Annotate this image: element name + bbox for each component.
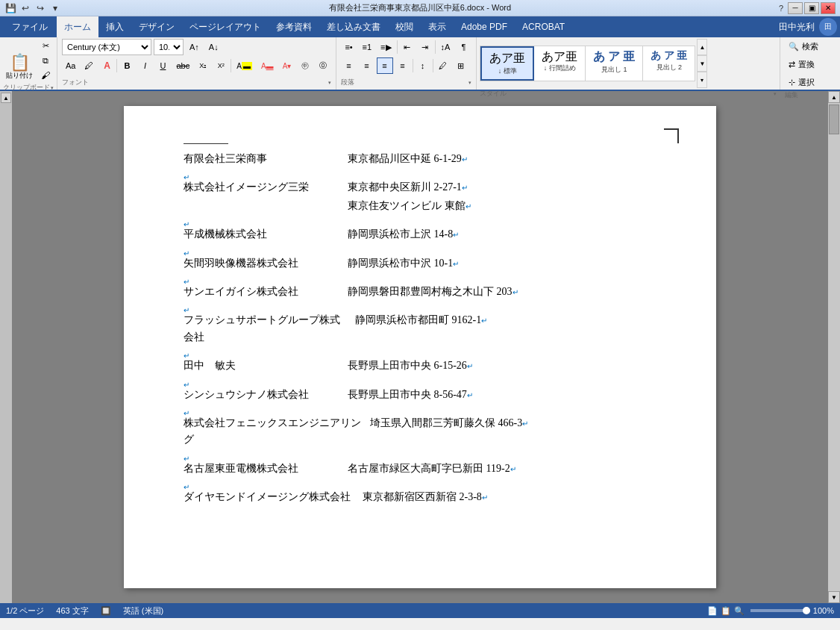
doc-row-2b: 東京住友ツインビル 東館↵ (184, 198, 656, 214)
subscript-button[interactable]: X₂ (195, 57, 211, 74)
tab-home[interactable]: ホーム (57, 16, 98, 37)
phonetic-guide-button[interactable]: ㊥ (297, 57, 313, 74)
decrease-indent-button[interactable]: ⇤ (399, 39, 416, 55)
undo-quick-btn[interactable]: ↩ (19, 2, 31, 14)
font-color-dropdown[interactable]: A▾ (279, 57, 295, 74)
border-button[interactable]: ⊞ (453, 57, 469, 74)
tab-design[interactable]: デザイン (131, 16, 182, 37)
tab-page-layout[interactable]: ページレイアウト (182, 16, 269, 37)
style-normal[interactable]: あア亜 ↓ 標準 (480, 46, 534, 81)
numbering-button[interactable]: ≡1 (359, 39, 376, 55)
strikethrough-button[interactable]: abc (172, 57, 193, 74)
page-indicator: 1/2 ページ (6, 605, 44, 617)
tab-view[interactable]: 表示 (421, 16, 454, 37)
status-right: 📄 📋 🔍 100% (707, 606, 834, 616)
style-h1-label: 見出し 1 (601, 65, 627, 75)
minimize-button[interactable]: ─ (788, 2, 803, 14)
clipboard-expand-icon[interactable]: ▾ (51, 85, 54, 91)
more-quick-btn[interactable]: ▾ (49, 2, 61, 14)
close-button[interactable]: ✕ (821, 2, 836, 14)
search-label: 検索 (802, 41, 818, 52)
superscript-button[interactable]: X² (213, 57, 229, 74)
shading-button[interactable]: A▬ (257, 57, 278, 74)
company-addr-8: 長野県上田市中央 8-56-47↵ (348, 387, 656, 403)
replace-button[interactable]: ⇄ 置換 (785, 57, 836, 72)
font-grow-button[interactable]: A↑ (186, 39, 203, 55)
select-icon: ⊹ (789, 78, 795, 87)
replace-icon: ⇄ (789, 60, 795, 69)
font-color-button[interactable]: A (98, 57, 115, 74)
styles-more[interactable]: ▾ (697, 72, 707, 88)
restore-button[interactable]: ▣ (804, 2, 819, 14)
company-name-2b (184, 198, 348, 214)
paragraph-expand-icon[interactable]: ▾ (468, 80, 471, 86)
tab-insert[interactable]: 挿入 (98, 16, 131, 37)
search-button[interactable]: 🔍 検索 (785, 39, 836, 54)
clear-format-button[interactable]: Aa (62, 57, 79, 74)
text-highlight-button[interactable]: 🖊 (81, 57, 97, 74)
align-right-button[interactable]: ≡ (377, 57, 393, 74)
select-button[interactable]: ⊹ 選択 (785, 75, 836, 90)
tab-mailings[interactable]: 差し込み文書 (319, 16, 388, 37)
document-scroll-area[interactable]: 有限会社三栄商事 東京都品川区中延 6-1-29↵ ↵ 株式会社イメージング三栄… (12, 91, 828, 603)
font-name-select[interactable]: Century (本文) (62, 39, 151, 55)
document-content[interactable]: 有限会社三栄商事 東京都品川区中延 6-1-29↵ ↵ 株式会社イメージング三栄… (184, 151, 656, 505)
zoom-slider[interactable] (750, 609, 810, 612)
doc-row-2: 株式会社イメージング三栄 東京都中央区新川 2-27-1↵ (184, 179, 656, 196)
title-bar: 💾 ↩ ↪ ▾ 有限会社三栄商事東京都品川区中延6.docx - Word ? … (0, 0, 840, 16)
tab-adobe-pdf[interactable]: Adobe PDF (454, 16, 515, 37)
style-heading2[interactable]: あ ア 亜 見出し 2 (643, 46, 695, 81)
underline-button[interactable]: U (154, 57, 171, 74)
scroll-down-btn[interactable]: ▼ (828, 591, 840, 603)
company-name-7: 田中 敏夫 (184, 358, 348, 374)
enclosed-char-button[interactable]: ⓪ (315, 57, 331, 74)
align-left-button[interactable]: ≡ (341, 57, 357, 74)
status-bar: 1/2 ページ 463 文字 🔲 英語 (米国) 📄 📋 🔍 100% (0, 603, 840, 618)
scroll-up-btn[interactable]: ▲ (828, 91, 840, 103)
br-8: ↵ (184, 405, 656, 415)
scroll-up-arrow[interactable]: ▲ (1, 93, 11, 103)
tab-references[interactable]: 参考資料 (269, 16, 319, 37)
style-normal-preview: あア亜 (489, 51, 525, 66)
format-painter-button[interactable]: 🖌 (37, 69, 54, 82)
doc-row-4: 矢間羽映像機器株式会社 静岡県浜松市中沢 10-1↵ (184, 255, 656, 272)
user-avatar[interactable]: 田 (819, 18, 837, 36)
read-mode-view[interactable]: 📋 (721, 606, 731, 616)
styles-scroll-down[interactable]: ▼ (697, 55, 707, 72)
redo-quick-btn[interactable]: ↪ (34, 2, 46, 14)
company-addr-6: 静岡県浜松市都田町 9162-1↵ (355, 312, 656, 346)
bold-button[interactable]: B (119, 57, 135, 74)
tab-review[interactable]: 校閲 (388, 16, 421, 37)
tab-acrobat[interactable]: ACROBAT (515, 16, 572, 37)
font-expand-icon[interactable]: ▾ (328, 80, 331, 86)
show-formatting-button[interactable]: ¶ (455, 39, 471, 55)
web-layout-view[interactable]: 🔍 (734, 606, 745, 616)
save-quick-btn[interactable]: 💾 (4, 2, 16, 14)
cut-button[interactable]: ✂ (37, 39, 54, 52)
style-compact[interactable]: あア亜 ↓ 行間詰め (534, 46, 586, 81)
multilevel-list-button[interactable]: ≡▶ (377, 39, 395, 55)
top-line (184, 143, 228, 144)
print-layout-view[interactable]: 📄 (707, 606, 718, 616)
company-addr-10: 名古屋市緑区大高町字巳新田 119-2↵ (348, 461, 656, 477)
copy-button[interactable]: ⧉ (37, 54, 54, 67)
increase-indent-button[interactable]: ⇥ (417, 39, 433, 55)
shading-para-button[interactable]: 🖊 (435, 57, 451, 74)
scroll-thumb[interactable] (829, 105, 839, 134)
bullets-button[interactable]: ≡• (341, 39, 357, 55)
style-heading1[interactable]: あ ア 亜 見出し 1 (586, 46, 643, 81)
help-button[interactable]: ? (779, 4, 783, 13)
align-center-button[interactable]: ≡ (359, 57, 375, 74)
line-spacing-button[interactable]: ↕ (415, 57, 431, 74)
styles-scroll-up[interactable]: ▲ (697, 39, 707, 55)
text-highlight-color-button[interactable]: A▬ (233, 57, 256, 74)
tab-file[interactable]: ファイル (3, 16, 57, 37)
justify-button[interactable]: ≡ (395, 57, 411, 74)
company-name-2: 株式会社イメージング三栄 (184, 179, 348, 196)
sort-button[interactable]: ↕A (437, 39, 454, 55)
italic-button[interactable]: I (137, 57, 153, 74)
font-size-select[interactable]: 10.5 (154, 39, 184, 55)
document-page: 有限会社三栄商事 東京都品川区中延 6-1-29↵ ↵ 株式会社イメージング三栄… (124, 106, 716, 588)
paste-button[interactable]: 📋 貼り付け (3, 53, 36, 82)
font-shrink-button[interactable]: A↓ (205, 39, 222, 55)
